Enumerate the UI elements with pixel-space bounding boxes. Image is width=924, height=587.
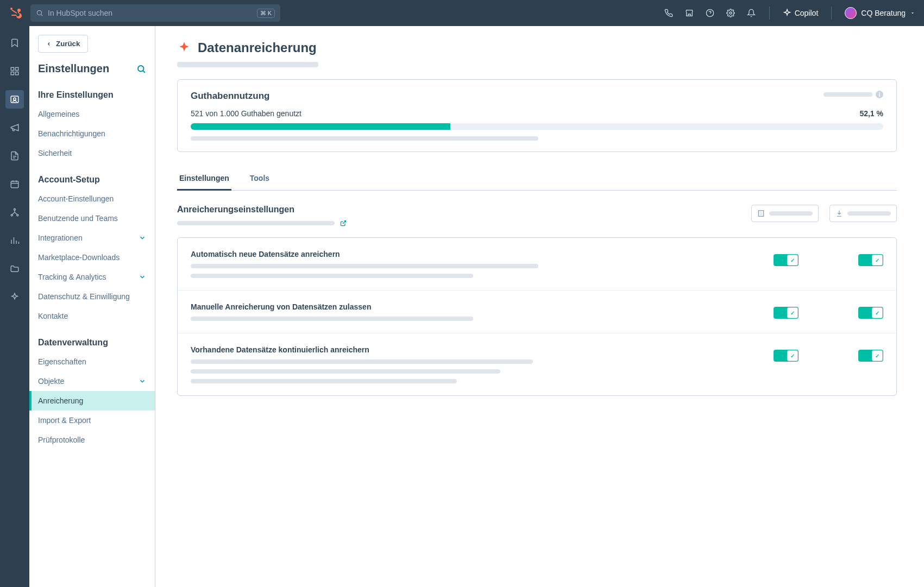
topbar-icons: Copilot CQ Beratung <box>664 7 915 20</box>
sidebar-item-label: Import & Export <box>38 416 91 425</box>
skeleton-line <box>191 274 473 278</box>
divider <box>769 7 770 20</box>
svg-point-10 <box>14 98 16 100</box>
rail-megaphone-icon[interactable] <box>5 118 24 137</box>
sidebar-item-label: Marketplace-Downloads <box>38 253 120 262</box>
sidebar-item-label: Benachrichtigungen <box>38 129 105 138</box>
skeleton-line <box>191 379 457 383</box>
main-content: Datenanreicherung Guthabennutzung i 521 … <box>155 26 924 587</box>
toggle-auto-1[interactable]: ✓ <box>774 254 799 266</box>
chevron-left-icon <box>46 41 52 47</box>
sidebar-item-marketplace[interactable]: Marketplace-Downloads <box>29 248 155 267</box>
tab-settings[interactable]: Einstellungen <box>177 167 231 191</box>
sidebar-item-enrichment[interactable]: Anreicherung <box>29 391 155 411</box>
progress-fill <box>191 123 450 130</box>
chevron-down-icon <box>139 377 146 385</box>
rail-bookmark-icon[interactable] <box>5 34 24 52</box>
avatar <box>845 7 857 19</box>
check-icon: ✓ <box>787 350 798 361</box>
building-icon <box>757 210 765 217</box>
rail-folder-icon[interactable] <box>5 260 24 278</box>
rail-document-icon[interactable] <box>5 147 24 165</box>
action-box-2[interactable] <box>829 205 897 222</box>
skeleton-line <box>191 264 538 268</box>
skeleton-line <box>824 92 872 97</box>
sidebar-item-security[interactable]: Sicherheit <box>29 143 155 163</box>
sidebar-item-label: Sicherheit <box>38 149 72 157</box>
divider <box>831 7 832 20</box>
sidebar-item-notifications[interactable]: Benachrichtigungen <box>29 124 155 143</box>
sidebar-item-audit[interactable]: Prüfprotokolle <box>29 430 155 450</box>
info-icon[interactable]: i <box>876 91 883 98</box>
svg-point-15 <box>138 66 144 72</box>
check-icon: ✓ <box>787 255 798 266</box>
sidebar-title: Einstellungen <box>38 62 109 75</box>
credit-percent: 52,1 % <box>859 109 883 118</box>
copilot-button[interactable]: Copilot <box>783 9 819 17</box>
rail-sitemap-icon[interactable] <box>5 203 24 222</box>
skeleton-line <box>191 359 533 364</box>
rail-sparkle-icon[interactable] <box>5 288 24 306</box>
sidebar-item-label: Kontakte <box>38 312 68 320</box>
svg-point-4 <box>730 12 732 14</box>
sidebar-item-label: Anreicherung <box>38 396 83 405</box>
skeleton-line <box>769 211 813 216</box>
sidebar-search-icon[interactable] <box>136 64 146 74</box>
store-icon[interactable] <box>684 8 694 18</box>
sidebar-item-properties[interactable]: Eigenschaften <box>29 352 155 371</box>
sidebar-item-tracking[interactable]: Tracking & Analytics <box>29 267 155 287</box>
toggle-manual-1[interactable]: ✓ <box>774 307 799 319</box>
tab-tools[interactable]: Tools <box>248 167 272 191</box>
back-button[interactable]: Zurück <box>38 35 88 53</box>
phone-icon[interactable] <box>664 8 674 18</box>
toggle-auto-2[interactable]: ✓ <box>858 254 883 266</box>
hubspot-logo[interactable] <box>9 5 24 21</box>
sidebar-item-label: Tracking & Analytics <box>38 273 106 281</box>
rail-grid-icon[interactable] <box>5 62 24 80</box>
sidebar-item-users-teams[interactable]: Benutzende und Teams <box>29 209 155 228</box>
credit-usage-text: 521 von 1.000 Guthaben genutzt <box>191 109 301 118</box>
toggle-manual-2[interactable]: ✓ <box>858 307 883 319</box>
tabs: Einstellungen Tools <box>177 167 897 191</box>
svg-point-0 <box>17 9 21 12</box>
sidebar-item-privacy[interactable]: Datenschutz & Einwilligung <box>29 287 155 306</box>
toggle-cont-1[interactable]: ✓ <box>774 350 799 362</box>
svg-rect-9 <box>11 96 18 103</box>
search-input[interactable] <box>48 9 253 17</box>
account-menu[interactable]: CQ Beratung <box>845 7 915 19</box>
rail-analytics-icon[interactable] <box>5 231 24 250</box>
svg-point-13 <box>11 214 12 216</box>
bell-icon[interactable] <box>746 8 756 18</box>
sidebar-item-account-settings[interactable]: Account-Einstellungen <box>29 189 155 209</box>
action-box-1[interactable] <box>751 205 819 222</box>
sidebar-item-label: Integrationen <box>38 233 83 242</box>
toggle-cont-2[interactable]: ✓ <box>858 350 883 362</box>
settings-sidebar: Zurück Einstellungen Ihre Einstellungen … <box>29 26 155 587</box>
svg-rect-8 <box>16 72 18 75</box>
check-icon: ✓ <box>872 350 883 361</box>
global-search[interactable]: ⌘ K <box>30 4 280 22</box>
credit-usage-card: Guthabennutzung i 521 von 1.000 Guthaben… <box>177 79 897 152</box>
sidebar-item-label: Eigenschaften <box>38 357 86 366</box>
sidebar-item-objects[interactable]: Objekte <box>29 371 155 391</box>
sidebar-item-general[interactable]: Allgemeines <box>29 104 155 124</box>
left-rail <box>0 26 29 587</box>
help-icon[interactable] <box>705 8 715 18</box>
sidebar-item-contacts[interactable]: Kontakte <box>29 306 155 326</box>
sidebar-item-import-export[interactable]: Import & Export <box>29 411 155 430</box>
rail-contact-icon[interactable] <box>5 90 24 109</box>
gear-icon[interactable] <box>726 8 736 18</box>
enrich-settings-card: Automatisch neue Datensätze anreichern ✓… <box>177 237 897 396</box>
setting-row-manual: Manuelle Anreicherung von Datensätzen zu… <box>178 290 896 333</box>
skeleton-line <box>191 317 473 321</box>
external-link-icon[interactable] <box>340 220 347 226</box>
check-icon: ✓ <box>872 255 883 266</box>
sidebar-item-label: Account-Einstellungen <box>38 194 114 203</box>
rail-calendar-icon[interactable] <box>5 175 24 193</box>
svg-point-2 <box>37 10 41 15</box>
section-heading-account: Account-Setup <box>29 171 155 189</box>
section-heading-data: Datenverwaltung <box>29 333 155 352</box>
sidebar-item-integrations[interactable]: Integrationen <box>29 228 155 248</box>
svg-point-14 <box>17 214 18 216</box>
setting-title: Automatisch neue Datensätze anreichern <box>191 250 752 258</box>
